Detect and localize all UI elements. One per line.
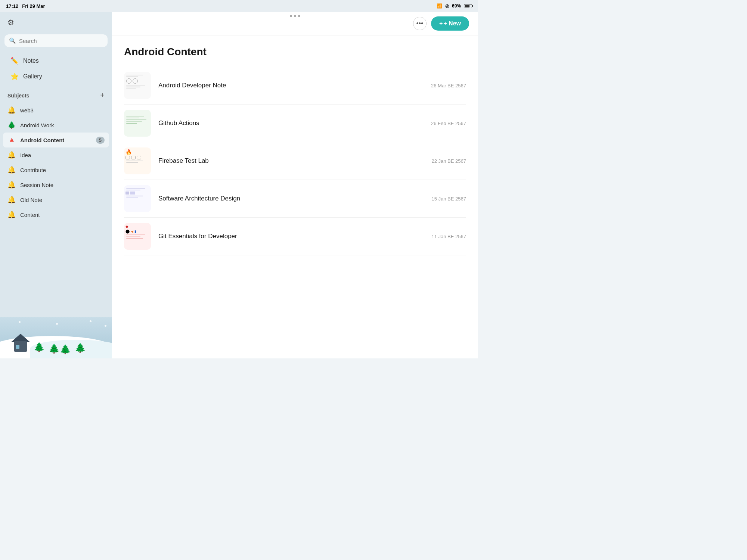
- subject-label-idea: Idea: [20, 152, 31, 158]
- subject-item-content[interactable]: 🔔 Content: [3, 207, 109, 222]
- content-icon: 🔔: [7, 211, 16, 219]
- subject-item-web3[interactable]: 🔔 web3: [3, 103, 109, 118]
- tree-decoration-4: [75, 343, 86, 353]
- main-content: ••• + + New Android Content: [112, 12, 478, 358]
- ellipsis-icon: •••: [416, 20, 424, 28]
- gallery-icon: ⭐: [10, 72, 19, 81]
- subject-item-android-content[interactable]: 🔺 Android Content 5: [3, 133, 109, 147]
- note-title-5: Git Essentials for Developer: [158, 233, 424, 240]
- note-info-4: Software Architecture Design: [158, 195, 424, 202]
- note-thumb-4: [124, 185, 151, 212]
- note-info-1: Android Developer Note: [158, 82, 424, 89]
- plus-icon: +: [439, 20, 443, 27]
- time: 17:12: [6, 3, 18, 9]
- note-item-4[interactable]: Software Architecture Design 15 Jan BE 2…: [124, 180, 466, 218]
- subject-label-content: Content: [20, 212, 40, 218]
- more-options-button[interactable]: •••: [413, 17, 427, 30]
- wifi-icon: 📶: [437, 3, 442, 9]
- settings-button[interactable]: ⚙: [6, 16, 16, 28]
- old-note-icon: 🔔: [7, 196, 16, 204]
- subject-label-android-content: Android Content: [20, 137, 64, 143]
- subject-label-web3: web3: [20, 107, 34, 113]
- content-title: Android Content: [124, 46, 466, 58]
- note-item-2[interactable]: ── ── Github Actions 26 Feb BE 2567: [124, 105, 466, 142]
- note-title-3: Firebase Test Lab: [158, 157, 424, 165]
- note-info-2: Github Actions: [158, 119, 424, 127]
- nav-item-notes[interactable]: ✏️ Notes: [3, 53, 109, 69]
- battery-icon: [464, 4, 472, 8]
- nav-label-notes: Notes: [23, 57, 39, 64]
- subject-item-contribute[interactable]: 🔔 Contribute: [3, 162, 109, 177]
- subject-list: 🔔 web3 🌲 Android Work 🔺 Android Content …: [0, 103, 112, 222]
- session-note-icon: 🔔: [7, 181, 16, 189]
- android-work-icon: 🌲: [7, 121, 16, 129]
- eye-icon: ◎: [445, 3, 449, 9]
- search-bar[interactable]: 🔍: [4, 34, 108, 47]
- idea-icon: 🔔: [7, 151, 16, 159]
- note-title-2: Github Actions: [158, 119, 424, 127]
- note-thumb-5: ◆ ⬤ ◀ ▮: [124, 223, 151, 250]
- subject-label-old-note: Old Note: [20, 197, 42, 203]
- sidebar: ⚙ 🔍 ✏️ Notes ⭐ Gallery Subjects + 🔔: [0, 12, 112, 358]
- search-input[interactable]: [19, 38, 103, 44]
- status-right: 📶 ◎ 69%: [437, 3, 472, 9]
- cabin-decoration: [11, 333, 30, 352]
- app-body: ⚙ 🔍 ✏️ Notes ⭐ Gallery Subjects + 🔔: [0, 12, 478, 358]
- subject-item-android-work[interactable]: 🌲 Android Work: [3, 118, 109, 133]
- subject-item-old-note[interactable]: 🔔 Old Note: [3, 192, 109, 207]
- web3-icon: 🔔: [7, 106, 16, 114]
- nav-label-gallery: Gallery: [23, 73, 42, 80]
- status-bar: 17:12 Fri 29 Mar 📶 ◎ 69%: [0, 0, 478, 12]
- status-left: 17:12 Fri 29 Mar: [6, 3, 45, 9]
- date: Fri 29 Mar: [22, 3, 45, 9]
- note-date-5: 11 Jan BE 2567: [431, 234, 466, 239]
- note-info-5: Git Essentials for Developer: [158, 233, 424, 240]
- new-label: + New: [443, 20, 461, 27]
- note-date-3: 22 Jan BE 2567: [431, 158, 466, 164]
- subjects-label: Subjects: [7, 93, 29, 99]
- subject-item-idea[interactable]: 🔔 Idea: [3, 147, 109, 162]
- note-item-3[interactable]: 🔥 Firebase Test Lab: [124, 142, 466, 180]
- subjects-header: Subjects +: [0, 86, 112, 103]
- sidebar-top: ⚙: [0, 12, 112, 31]
- note-item-5[interactable]: ◆ ⬤ ◀ ▮ Git Essentials for Dev: [124, 218, 466, 255]
- sidebar-winter-scene: [0, 317, 112, 358]
- tree-decoration-2: [49, 343, 60, 354]
- nav-item-gallery[interactable]: ⭐ Gallery: [3, 69, 109, 84]
- note-thumb-3: 🔥: [124, 147, 151, 174]
- note-date-4: 15 Jan BE 2567: [431, 196, 466, 202]
- battery-level: 69%: [452, 3, 461, 9]
- subject-label-contribute: Contribute: [20, 167, 46, 173]
- search-icon: 🔍: [9, 37, 16, 44]
- tree-decoration-1: [34, 342, 45, 352]
- tree-decoration-3: [60, 344, 71, 355]
- top-dots: [290, 15, 300, 17]
- note-date-2: 26 Feb BE 2567: [431, 121, 466, 126]
- subject-label-session-note: Session Note: [20, 182, 53, 188]
- add-subject-button[interactable]: +: [100, 91, 105, 100]
- note-title-1: Android Developer Note: [158, 82, 424, 89]
- android-content-icon: 🔺: [7, 136, 16, 144]
- nav-items: ✏️ Notes ⭐ Gallery: [0, 52, 112, 86]
- note-thumb-2: ── ──: [124, 110, 151, 137]
- note-date-1: 26 Mar BE 2567: [431, 83, 466, 88]
- subject-label-android-work: Android Work: [20, 122, 54, 128]
- new-note-button[interactable]: + + New: [431, 16, 469, 31]
- note-title-4: Software Architecture Design: [158, 195, 424, 202]
- subject-item-session-note[interactable]: 🔔 Session Note: [3, 177, 109, 192]
- main-top: ••• + + New: [112, 12, 478, 35]
- notes-icon: ✏️: [10, 57, 19, 65]
- note-item-1[interactable]: Android Developer Note 26 Mar BE 2567: [124, 67, 466, 105]
- note-list: Android Developer Note 26 Mar BE 2567 ──…: [124, 67, 466, 255]
- contribute-icon: 🔔: [7, 166, 16, 174]
- android-content-badge: 5: [96, 137, 105, 144]
- note-thumb-1: [124, 72, 151, 99]
- content-area: Android Content: [112, 35, 478, 358]
- note-info-3: Firebase Test Lab: [158, 157, 424, 165]
